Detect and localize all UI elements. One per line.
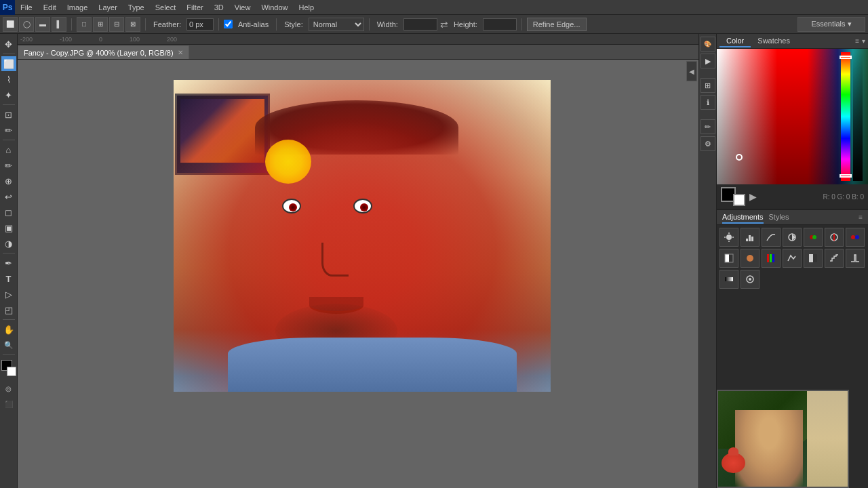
menu-select[interactable]: Select <box>150 0 182 14</box>
canvas-tab-bar: Fancy - Copy.JPG @ 400% (Layer 0, RGB/8)… <box>18 45 698 60</box>
adj-vibrance[interactable] <box>804 228 823 247</box>
tab-close-btn[interactable]: ✕ <box>178 49 183 56</box>
intersect-selection-btn[interactable]: ⊠ <box>125 17 140 32</box>
feather-input[interactable] <box>186 18 214 30</box>
workspace-select[interactable]: Essentials ▾ <box>797 17 865 32</box>
color-tab[interactable]: Color <box>719 35 751 47</box>
sep6 <box>3 354 15 355</box>
screen-mode-btn[interactable]: ⬛ <box>1 396 16 411</box>
background-color[interactable] <box>7 367 16 376</box>
single-row-btn[interactable]: ▬ <box>35 17 50 32</box>
eye-left <box>282 199 301 214</box>
menu-edit[interactable]: Edit <box>38 0 62 14</box>
rp-grid-icon[interactable]: ⊞ <box>701 78 715 93</box>
history-brush-tool[interactable]: ↩ <box>1 189 16 204</box>
adjustments-tab[interactable]: Adjustments <box>722 211 764 224</box>
rp-play-icon[interactable]: ▶ <box>701 54 715 68</box>
rect-marquee-btn[interactable]: ⬜ <box>3 17 18 32</box>
adj-photo-filter[interactable] <box>741 249 760 268</box>
bg-swatch[interactable] <box>733 194 745 206</box>
adj-color-lookup[interactable] <box>783 249 802 268</box>
ellipse-marquee-btn[interactable]: ◯ <box>19 17 34 32</box>
menu-layer[interactable]: Layer <box>93 0 123 14</box>
brush-tool[interactable]: ✏ <box>1 158 16 173</box>
menu-file[interactable]: File <box>15 0 38 14</box>
rp-info-icon[interactable]: ℹ <box>701 95 715 110</box>
photo-content <box>174 80 551 392</box>
canvas-tab-fancy[interactable]: Fancy - Copy.JPG @ 400% (Layer 0, RGB/8)… <box>18 45 189 59</box>
zoom-tool[interactable]: 🔍 <box>1 338 16 352</box>
eyedropper-tool[interactable]: ✏ <box>1 123 16 138</box>
swatches-tab[interactable]: Swatches <box>751 35 797 47</box>
rp-brush-icon[interactable]: ✏ <box>701 119 715 134</box>
eraser-tool[interactable]: ◻ <box>1 205 16 220</box>
panel-collapse-btn[interactable]: ◀ <box>686 61 697 81</box>
color-picker-display[interactable] <box>717 49 868 184</box>
adj-black-white[interactable] <box>719 249 738 268</box>
move-tool[interactable]: ✥ <box>1 37 16 52</box>
hand-tool[interactable]: ✋ <box>1 322 16 337</box>
marquee-tool[interactable]: ⬜ <box>1 56 16 71</box>
main-area: ✥ ⬜ ⌇ ✦ ⊡ ✏ ⌂ ✏ ⊕ ↩ ◻ ▣ ◑ ✒ T ▷ ◰ ✋ 🔍 ◎ … <box>0 34 868 488</box>
add-selection-btn[interactable]: ⊞ <box>93 17 108 32</box>
color-swatch-area <box>1 360 16 378</box>
menu-view[interactable]: View <box>229 0 256 14</box>
width-input[interactable] <box>403 18 437 30</box>
adj-panel-menu[interactable]: ≡ <box>859 214 863 221</box>
adj-posterize[interactable] <box>825 249 844 268</box>
menu-3d[interactable]: 3D <box>209 0 229 14</box>
shape-tool[interactable]: ◰ <box>1 302 16 317</box>
refine-edge-btn[interactable]: Refine Edge... <box>527 18 587 31</box>
play-action-btn[interactable]: ▶ <box>749 191 757 202</box>
panel-collapse-icon[interactable]: ▾ <box>862 37 865 45</box>
lasso-tool[interactable]: ⌇ <box>1 72 16 87</box>
ruler-tick: 200 <box>167 36 177 43</box>
text-tool[interactable]: T <box>1 271 16 286</box>
healing-tool[interactable]: ⌂ <box>1 142 16 157</box>
alpha-strip[interactable] <box>853 52 863 181</box>
adj-gradient-map[interactable] <box>719 270 738 289</box>
width-label: Width: <box>374 20 401 28</box>
rp-tool-icon[interactable]: ⚙ <box>701 136 715 151</box>
adj-channel-mixer[interactable] <box>762 249 781 268</box>
new-selection-btn[interactable]: □ <box>77 17 92 32</box>
menu-image[interactable]: Image <box>62 0 94 14</box>
adj-hue-saturation[interactable] <box>825 228 844 247</box>
canvas-viewport[interactable] <box>18 60 698 488</box>
adj-color-balance[interactable] <box>846 228 865 247</box>
adj-threshold[interactable] <box>846 249 865 268</box>
adj-curves[interactable] <box>762 228 781 247</box>
crop-tool[interactable]: ⊡ <box>1 107 16 122</box>
clone-stamp-tool[interactable]: ⊕ <box>1 174 16 188</box>
rp-color-icon[interactable]: 🎨 <box>701 37 715 52</box>
path-select-tool[interactable]: ▷ <box>1 287 16 302</box>
adj-selective-color[interactable] <box>741 270 760 289</box>
adj-levels[interactable] <box>741 228 760 247</box>
height-label: Height: <box>451 20 480 28</box>
blur-tool[interactable]: ◑ <box>1 236 16 251</box>
quick-select-tool[interactable]: ✦ <box>1 87 16 102</box>
menu-window[interactable]: Window <box>256 0 293 14</box>
quick-mask-btn[interactable]: ◎ <box>1 381 16 396</box>
style-select[interactable]: Normal Fixed Ratio Fixed Size <box>309 18 364 31</box>
panel-header-icons: ≡ ▾ <box>855 37 865 45</box>
menu-help[interactable]: Help <box>294 0 320 14</box>
pen-tool[interactable]: ✒ <box>1 256 16 270</box>
menu-type[interactable]: Type <box>123 0 150 14</box>
adj-invert[interactable] <box>804 249 823 268</box>
hue-strip[interactable] <box>841 52 850 181</box>
panel-menu-icon[interactable]: ≡ <box>855 37 859 45</box>
single-col-btn[interactable]: ▌ <box>52 17 66 32</box>
menu-filter[interactable]: Filter <box>181 0 208 14</box>
fg-bg-swatch-row: ▶ R: 0 G: 0 B: 0 <box>717 184 868 209</box>
subtract-selection-btn[interactable]: ⊟ <box>109 17 124 32</box>
antialias-checkbox[interactable] <box>224 20 233 28</box>
sep <box>3 54 15 54</box>
gradient-tool[interactable]: ▣ <box>1 220 16 235</box>
styles-tab[interactable]: Styles <box>769 211 789 224</box>
adj-exposure[interactable] <box>783 228 802 247</box>
color-panel-tabs: Color Swatches <box>719 35 797 47</box>
adj-brightness[interactable] <box>719 228 738 247</box>
swap-dimensions-btn[interactable]: ⇄ <box>440 19 448 30</box>
height-input[interactable] <box>483 18 517 30</box>
